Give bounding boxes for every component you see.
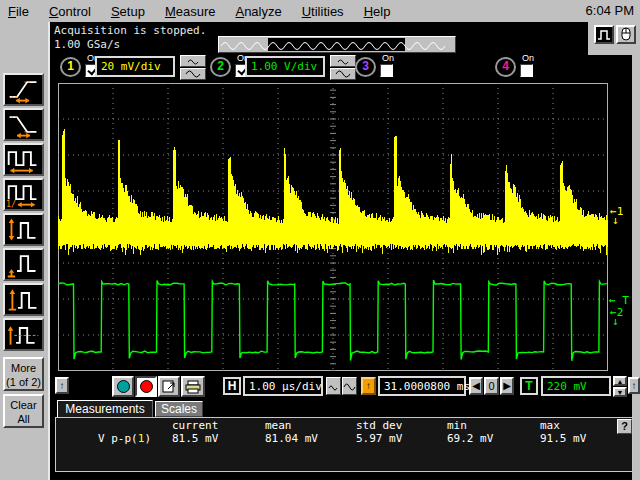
measurement-stddev: 5.97 mV <box>356 432 402 445</box>
overview-waveform-icon <box>219 38 453 51</box>
menu-file[interactable]: File <box>0 2 41 21</box>
channel-2-scale-display[interactable]: 1.00 V/div <box>245 56 325 77</box>
stop-button[interactable] <box>135 376 157 397</box>
channel-2-badge[interactable]: 2 <box>210 57 231 77</box>
printer-icon <box>185 380 201 394</box>
v-peak-to-peak-icon <box>5 215 42 244</box>
large-wave-icon <box>185 70 201 78</box>
col-header-max: max <box>540 419 560 432</box>
measurement-max: 91.5 mV <box>540 432 586 445</box>
trigger-level-marker[interactable]: ← T <box>609 296 629 305</box>
v-peak-to-peak-button[interactable] <box>3 213 44 246</box>
col-header-min: min <box>447 419 467 432</box>
scroll-up-left-button[interactable]: ↑ <box>55 377 69 394</box>
trigger-level-down-button[interactable]: ▼ <box>613 387 627 397</box>
run-icon <box>117 380 130 393</box>
menu-help[interactable]: Help <box>356 2 403 21</box>
channel-1-scale-up-button[interactable] <box>180 55 206 67</box>
print-button[interactable] <box>181 376 205 397</box>
v-min-icon <box>5 250 42 279</box>
menu-setup[interactable]: Setup <box>103 2 157 21</box>
clock: 6:04 PM <box>586 3 634 18</box>
channel-2-scale-up-button[interactable] <box>330 55 356 67</box>
rise-time-icon <box>5 75 42 104</box>
memory-overview-bar[interactable] <box>218 36 456 53</box>
pulse-icon <box>596 28 612 41</box>
channel-1-scale-display[interactable]: 20 mV/div <box>95 56 175 77</box>
fall-time-button[interactable] <box>3 108 44 141</box>
oscilloscope-screen: File Control Setup Measure Analyze Utili… <box>0 0 640 480</box>
measurement-current: 81.5 mV <box>172 432 218 445</box>
small-wave-icon <box>336 57 350 65</box>
channel-4-on-label: On <box>518 53 538 63</box>
menu-bar: File Control Setup Measure Analyze Utili… <box>0 0 640 22</box>
v-average-button[interactable] <box>3 318 44 351</box>
run-button[interactable] <box>112 376 134 397</box>
corner-toolbar <box>588 22 640 55</box>
copy-icon <box>162 380 176 393</box>
channel-3-badge[interactable]: 3 <box>355 57 376 77</box>
pulse-mode-button[interactable] <box>594 25 614 44</box>
channel-4-badge[interactable]: 4 <box>495 57 516 77</box>
timebase-zoom-out-button[interactable] <box>342 377 357 395</box>
position-zero-button[interactable]: 0 <box>484 377 499 395</box>
v-max-icon <box>5 285 42 314</box>
measurement-row-label: V p-p(1) <box>98 432 151 445</box>
col-header-mean: mean <box>265 419 292 432</box>
position-right-button[interactable]: ▶ <box>500 377 514 395</box>
small-wave-icon <box>186 57 200 65</box>
horizontal-position-display[interactable]: 31.0000800 ms <box>378 376 466 396</box>
trigger-settings-button[interactable]: T <box>520 377 538 395</box>
acquisition-status: Acquisition is stopped. <box>54 24 206 37</box>
clear-all-button[interactable]: ClearAll <box>3 394 44 428</box>
tab-measurements[interactable]: Measurements <box>57 400 153 418</box>
large-wave-icon <box>335 70 351 78</box>
period-button[interactable] <box>3 143 44 176</box>
v-min-button[interactable] <box>3 248 44 281</box>
trigger-level-up-button[interactable]: ▲ <box>613 376 627 386</box>
channel-4-on-checkbox[interactable] <box>520 64 533 77</box>
menu-measure[interactable]: Measure <box>157 2 228 21</box>
channel-1-scale-down-button[interactable] <box>180 68 206 80</box>
channel-1-scale-spinner <box>180 55 206 80</box>
v-average-icon <box>5 320 42 349</box>
timebase-display[interactable]: 1.00 µs/div <box>243 376 323 396</box>
menu-utilities[interactable]: Utilities <box>294 2 356 21</box>
rise-time-button[interactable] <box>3 73 44 106</box>
trigger-level-display[interactable]: 220 mV <box>541 376 611 396</box>
svg-text:1/: 1/ <box>6 199 16 209</box>
trigger-position-button[interactable]: ↑ <box>361 377 376 395</box>
fall-time-icon <box>5 110 42 139</box>
channel-3-on-checkbox[interactable] <box>380 64 393 77</box>
sample-rate: 1.00 GSa/s <box>54 38 120 51</box>
frequency-button[interactable]: 1/ <box>3 178 44 211</box>
measurement-min: 69.2 mV <box>447 432 493 445</box>
menu-control[interactable]: Control <box>41 2 103 21</box>
menu-analyze[interactable]: Analyze <box>227 2 293 21</box>
channel-1-ground-marker[interactable]: ←1 ↓ <box>610 207 623 225</box>
scroll-up-right-button[interactable]: ↑ <box>628 377 640 394</box>
stop-icon <box>140 380 153 393</box>
col-header-stddev: std dev <box>356 419 402 432</box>
channel-2-scale-down-button[interactable] <box>330 68 356 80</box>
frequency-icon: 1/ <box>5 180 42 209</box>
channel-2-ground-marker[interactable]: ←2 ↓ <box>610 308 623 326</box>
copy-screen-button[interactable] <box>158 376 180 397</box>
mouse-icon <box>618 27 634 41</box>
large-wave-icon <box>343 379 356 395</box>
channel-3-on-label: On <box>378 53 398 63</box>
v-max-button[interactable] <box>3 283 44 316</box>
help-button[interactable]: ? <box>617 419 632 434</box>
waveform-display <box>58 83 608 371</box>
more-button[interactable]: More(1 of 2) <box>3 357 44 391</box>
right-margin-strip <box>632 55 640 480</box>
position-left-button[interactable]: ◀ <box>469 377 483 395</box>
channel-1-badge[interactable]: 1 <box>60 57 81 77</box>
tab-scales[interactable]: Scales <box>155 401 203 417</box>
col-header-current: current <box>172 419 218 432</box>
measurement-mean: 81.04 mV <box>265 432 318 445</box>
channel-2-scale-spinner <box>330 55 356 80</box>
timebase-zoom-in-button[interactable] <box>326 377 341 395</box>
mouse-mode-button[interactable] <box>616 25 636 44</box>
horizontal-settings-button[interactable]: H <box>223 377 241 395</box>
